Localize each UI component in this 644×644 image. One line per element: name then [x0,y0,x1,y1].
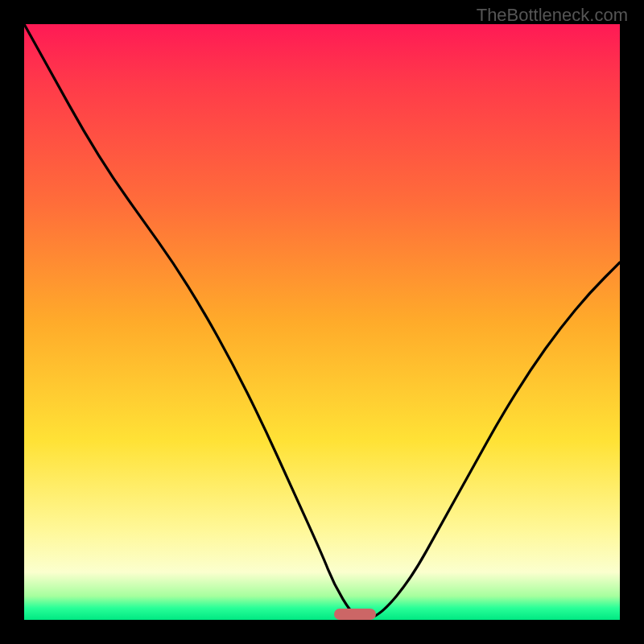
curve-svg [24,24,620,620]
plot-area [24,24,620,620]
optimal-marker [334,609,376,620]
watermark-text: TheBottleneck.com [477,5,628,26]
chart-container: TheBottleneck.com [0,0,644,644]
bottleneck-curve [24,24,620,618]
